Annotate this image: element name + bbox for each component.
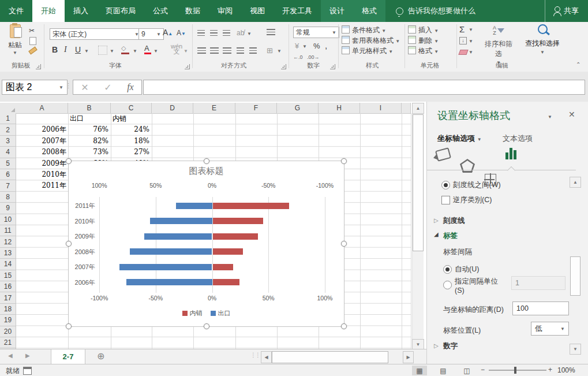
tab-插入[interactable]: 插入	[65, 0, 97, 22]
axis-options-icon[interactable]	[505, 148, 516, 159]
bar-domestic-2011年[interactable]	[213, 203, 290, 209]
name-box[interactable]: 图表 2▼	[2, 80, 68, 95]
v-scroll-thumb[interactable]	[413, 114, 424, 251]
fill-button[interactable]: ↓	[459, 37, 467, 44]
font-color-button[interactable]: A	[144, 44, 152, 54]
row-header-16[interactable]: 16	[0, 281, 16, 292]
wrap-text-button[interactable]	[267, 29, 275, 35]
formula-input[interactable]	[143, 80, 585, 95]
cell-C4[interactable]: 27%	[112, 147, 149, 158]
cell-A2[interactable]: 2006年	[17, 124, 66, 135]
clear-dropdown-icon[interactable]: ▼	[469, 50, 473, 55]
row-header-1[interactable]: 1	[0, 113, 16, 124]
fill-dropdown-icon[interactable]: ▼	[469, 39, 473, 44]
distance-input[interactable]	[512, 301, 569, 315]
font-dialog-launcher[interactable]	[185, 64, 190, 69]
increase-decimal-button[interactable]: ←.0	[293, 54, 303, 60]
enter-icon[interactable]: ✓	[104, 82, 111, 93]
normal-view-button[interactable]: ▦	[412, 366, 427, 375]
borders-button[interactable]	[98, 46, 107, 55]
align-center-button[interactable]	[210, 47, 219, 54]
column-header-A[interactable]: A	[16, 103, 68, 114]
column-header-H[interactable]: H	[319, 103, 360, 114]
cell-B3[interactable]: 82%	[69, 136, 108, 147]
accounting-dropdown-icon[interactable]: ▼	[302, 44, 307, 49]
styles-item-2[interactable]: 单元格样式 ▼	[342, 46, 393, 56]
sort-filter-button[interactable]: AZ 排序和筛选 ▼	[482, 25, 515, 65]
tab-开始[interactable]: 开始	[32, 0, 65, 22]
cell-B1[interactable]: 出口	[70, 113, 104, 124]
chart-selection-handle[interactable]	[341, 323, 347, 329]
italic-button[interactable]: I	[64, 45, 67, 54]
column-header-I[interactable]: I	[360, 103, 402, 114]
shrink-font-button[interactable]: A▼	[177, 29, 186, 37]
align-right-button[interactable]	[223, 47, 231, 54]
context-tab-设计[interactable]: 设计	[321, 0, 353, 22]
fill-color-button[interactable]: ◇	[121, 44, 130, 54]
tab-text-options[interactable]: 文本选项	[503, 133, 533, 144]
merge-dropdown-icon[interactable]: ▼	[277, 49, 282, 54]
pane-menu-dropdown-icon[interactable]: ▼	[548, 114, 552, 120]
zoom-slider-track[interactable]	[489, 370, 546, 371]
decrease-indent-button[interactable]	[237, 47, 244, 54]
phonetic-dropdown-icon[interactable]: ▼	[183, 49, 188, 54]
v-scroll-up-button[interactable]: ▲	[412, 103, 424, 114]
cell-C2[interactable]: 24%	[112, 124, 149, 135]
new-sheet-button[interactable]: ⊕	[97, 351, 104, 362]
row-header-12[interactable]: 12	[0, 236, 16, 247]
chart-object[interactable]: 图表标题100%50%0%-50%-100%-100%-50%0%50%100%…	[68, 161, 344, 327]
tab-scroll-splitter[interactable]: ⋮⋮	[250, 352, 260, 358]
bar-export-2011年[interactable]	[176, 203, 212, 209]
column-header-C[interactable]: C	[111, 103, 152, 114]
sheet-prev-button[interactable]: ◀	[8, 352, 13, 359]
find-select-button[interactable]: 查找和选择 ▼	[522, 24, 563, 55]
font-name-combo[interactable]: 宋体 (正文)▼	[50, 28, 142, 40]
reverse-order-checkbox[interactable]	[441, 196, 450, 204]
pane-scroll-up-button[interactable]: ▲	[570, 177, 581, 188]
chart-legend[interactable]: 内销出口	[69, 309, 344, 318]
h-scroll-thumb[interactable]	[272, 351, 388, 363]
row-header-9[interactable]: 9	[0, 203, 16, 214]
labels-expander[interactable]: ◢	[434, 231, 439, 237]
grow-font-button[interactable]: A▲	[163, 28, 173, 37]
column-header-E[interactable]: E	[193, 103, 235, 114]
cell-A6[interactable]: 2010年	[17, 169, 66, 180]
tab-审阅[interactable]: 审阅	[209, 0, 241, 22]
copy-button[interactable]	[29, 37, 36, 45]
fill-line-icon[interactable]	[435, 147, 451, 162]
row-header-10[interactable]: 10	[0, 214, 16, 225]
chart-selection-handle[interactable]	[341, 241, 347, 247]
orientation-button[interactable]: ab̸	[237, 29, 244, 37]
bar-domestic-2008年[interactable]	[213, 248, 244, 255]
row-header-8[interactable]: 8	[0, 192, 16, 203]
column-header-D[interactable]: D	[152, 103, 193, 114]
orientation-dropdown-icon[interactable]: ▼	[247, 31, 252, 36]
row-header-17[interactable]: 17	[0, 292, 16, 303]
row-header-15[interactable]: 15	[0, 270, 16, 281]
row-header-4[interactable]: 4	[0, 147, 16, 158]
format-painter-button[interactable]	[28, 47, 37, 55]
autosum-button[interactable]: Σ	[459, 24, 465, 34]
cell-A7[interactable]: 2011年	[17, 180, 66, 191]
cut-button[interactable]: ✂	[29, 27, 35, 35]
chart-selection-handle[interactable]	[341, 158, 347, 164]
tab-数据[interactable]: 数据	[177, 0, 209, 22]
tab-开发工具[interactable]: 开发工具	[274, 0, 321, 22]
collapse-ribbon-button[interactable]: ⌃	[576, 61, 580, 68]
bar-domestic-2006年[interactable]	[213, 279, 240, 285]
sheet-next-button[interactable]: ▶	[25, 352, 30, 359]
styles-item-0[interactable]: 条件格式 ▼	[342, 25, 386, 35]
row-header-19[interactable]: 19	[0, 315, 16, 326]
cell-A4[interactable]: 2008年	[17, 147, 66, 158]
cells-item-2[interactable]: 格式 ▼	[408, 46, 439, 56]
column-header-B[interactable]: B	[68, 103, 111, 114]
chart-selection-handle[interactable]	[66, 323, 72, 329]
select-all-corner[interactable]	[0, 103, 17, 114]
pane-scroll-thumb[interactable]	[570, 256, 580, 296]
page-break-view-button[interactable]: ◫	[459, 366, 474, 375]
row-header-6[interactable]: 6	[0, 169, 16, 180]
macro-record-icon[interactable]	[23, 367, 32, 375]
zoom-level[interactable]: 100%	[557, 366, 575, 374]
row-header-18[interactable]: 18	[0, 304, 16, 315]
bar-domestic-2007年[interactable]	[213, 264, 233, 270]
